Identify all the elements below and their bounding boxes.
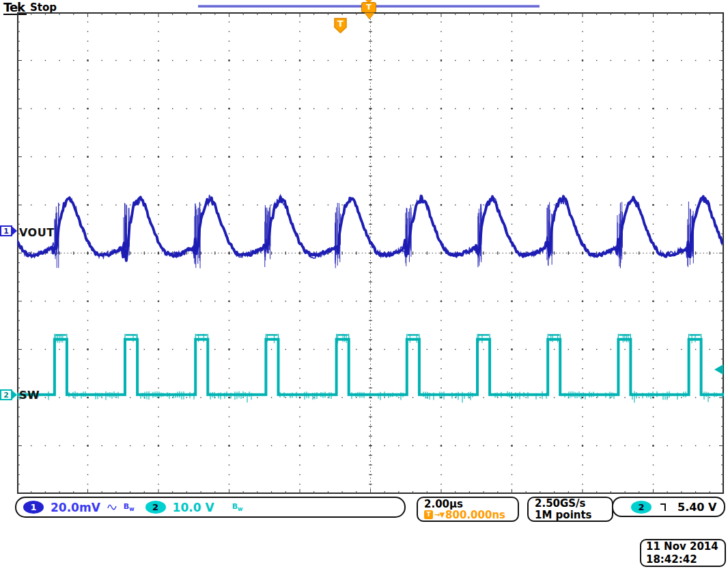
- ch1-readout-badge[interactable]: 1: [23, 501, 44, 514]
- oscilloscope-screen: Tek Stop T T 1 VOUT 2 SW 1 20.0mV Bw 2 1…: [0, 0, 728, 569]
- graticule: T: [17, 12, 724, 494]
- trigger-delay-value: 800.000ns: [445, 510, 505, 521]
- date-readout: 11 Nov 2014: [646, 540, 718, 553]
- ch1-arrow-icon: [12, 226, 17, 236]
- datetime-box: 11 Nov 2014 18:42:42: [640, 539, 726, 567]
- ch1-position-marker[interactable]: 1: [0, 225, 18, 237]
- timebase-readout-box[interactable]: 2.00µs T →▼ 800.000ns: [417, 497, 519, 522]
- trigger-delay-arrow-icons: →▼: [434, 510, 444, 521]
- sample-rate-readout: 2.50GS/s: [535, 498, 586, 510]
- ch1-bandwidth-limit-icon: Bw: [124, 502, 135, 512]
- trigger-t-badge-label: T: [337, 18, 344, 29]
- ac-coupling-icon: [107, 503, 117, 511]
- ch2-arrow-icon: [12, 390, 17, 400]
- ch1-label: VOUT: [19, 226, 55, 239]
- trigger-point-arrow-icon: [365, 13, 374, 19]
- ch1-scale-readout: 20.0mV: [51, 501, 100, 514]
- trigger-delay-t-icon: T: [424, 510, 433, 519]
- ch2-position-marker[interactable]: 2: [0, 389, 18, 401]
- record-length-readout: 1M points: [535, 510, 592, 521]
- trigger-t-icon: T: [361, 2, 376, 13]
- ch2-badge-label: 2: [3, 391, 9, 400]
- ch2-bandwidth-limit-icon: Bw: [232, 502, 243, 512]
- ch2-label: SW: [19, 389, 40, 402]
- trigger-level-readout: 5.40 V: [677, 501, 716, 514]
- falling-edge-icon: [660, 501, 669, 512]
- trigger-position-marker[interactable]: T: [361, 0, 377, 12]
- acquisition-readout-box[interactable]: 2.50GS/s 1M points: [527, 497, 613, 522]
- ch1-badge-label: 1: [3, 227, 9, 236]
- trigger-delay-readout: T →▼ 800.000ns: [424, 510, 505, 521]
- timebase-readout: 2.00µs: [424, 499, 463, 510]
- ch2-readout-badge[interactable]: 2: [145, 501, 166, 514]
- channel-readout-box[interactable]: 1 20.0mV Bw 2 10.0 V Bw: [15, 497, 406, 518]
- trigger-readout-box[interactable]: 2 5.40 V: [612, 497, 725, 517]
- trigger-source-badge: 2: [631, 501, 652, 514]
- ch2-scale-readout: 10.0 V: [173, 501, 214, 514]
- time-readout: 18:42:42: [646, 553, 697, 566]
